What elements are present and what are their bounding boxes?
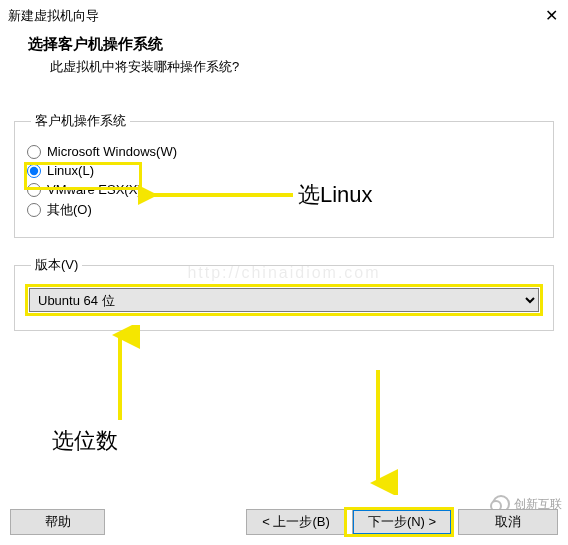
annotation-select-linux: 选Linux [298, 180, 373, 210]
next-button[interactable]: 下一步(N) > [352, 509, 452, 535]
radio-windows-input[interactable] [27, 145, 41, 159]
version-legend: 版本(V) [31, 256, 82, 274]
radio-vmware-esx-label: VMware ESX(X) [47, 182, 142, 197]
title-bar: 新建虚拟机向导 ✕ [0, 0, 568, 27]
radio-vmware-esx[interactable]: VMware ESX(X) [25, 182, 543, 197]
version-group: 版本(V) Ubuntu 64 位 [14, 256, 554, 331]
wizard-header: 选择客户机操作系统 此虚拟机中将安装哪种操作系统? [0, 27, 568, 94]
radio-windows[interactable]: Microsoft Windows(W) [25, 144, 543, 159]
back-button[interactable]: < 上一步(B) [246, 509, 346, 535]
page-subtitle: 此虚拟机中将安装哪种操作系统? [28, 58, 540, 76]
help-button[interactable]: 帮助 [10, 509, 105, 535]
window-title: 新建虚拟机向导 [8, 7, 99, 25]
arrow-version-icon [100, 325, 140, 425]
radio-windows-label: Microsoft Windows(W) [47, 144, 177, 159]
annotation-select-bits: 选位数 [52, 426, 118, 456]
radio-linux[interactable]: Linux(L) [25, 163, 543, 178]
page-title: 选择客户机操作系统 [28, 35, 540, 54]
radio-other-input[interactable] [27, 203, 41, 217]
guest-os-group: 客户机操作系统 Microsoft Windows(W) Linux(L) VM… [14, 112, 554, 238]
radio-linux-input[interactable] [27, 164, 41, 178]
highlight-version: Ubuntu 64 位 [25, 284, 543, 316]
radio-linux-label: Linux(L) [47, 163, 94, 178]
wizard-footer: 帮助 < 上一步(B) 下一步(N) > 取消 [0, 509, 568, 535]
next-button-wrap: 下一步(N) > [346, 509, 452, 535]
close-icon[interactable]: ✕ [545, 6, 558, 25]
radio-vmware-esx-input[interactable] [27, 183, 41, 197]
radio-other[interactable]: 其他(O) [25, 201, 543, 219]
arrow-next-icon [358, 365, 398, 495]
version-select[interactable]: Ubuntu 64 位 [29, 288, 539, 312]
radio-other-label: 其他(O) [47, 201, 92, 219]
cancel-button[interactable]: 取消 [458, 509, 558, 535]
guest-os-legend: 客户机操作系统 [31, 112, 130, 130]
wizard-content: 客户机操作系统 Microsoft Windows(W) Linux(L) VM… [0, 94, 568, 331]
